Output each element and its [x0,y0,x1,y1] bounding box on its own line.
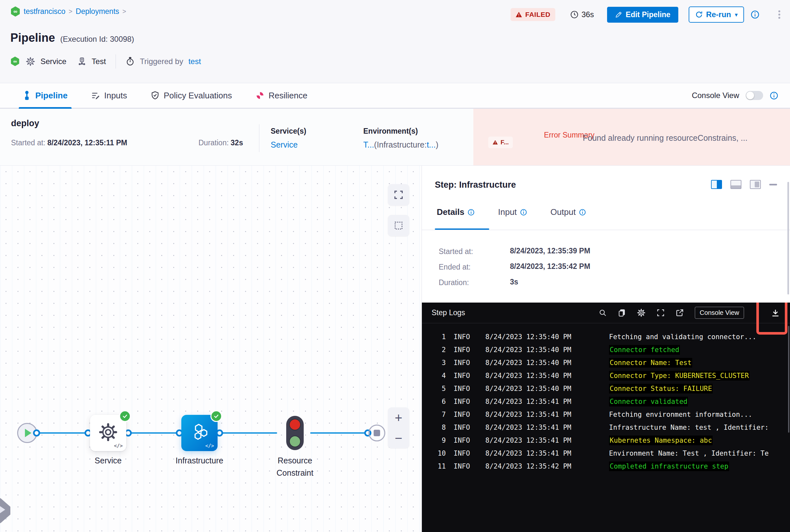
copy-icon[interactable] [618,309,626,317]
fit-to-screen-button[interactable] [388,184,409,206]
breadcrumb: ∞ testfrancisco > Deployments > [11,6,126,17]
stage-started-at: Started at:8/24/2023, 12:35:11 PM [11,138,127,147]
step-logs-header: Step Logs Console View [422,303,790,323]
more-options-icon[interactable] [778,11,780,19]
services-label: Service(s) [271,127,306,136]
tab-details[interactable]: Details [437,207,475,217]
step-logs-console: Step Logs Console View [422,303,790,532]
rerun-button[interactable]: Re-run ▾ [688,6,744,23]
inputs-icon [91,91,100,100]
node-service[interactable]: </> [90,415,126,451]
pipeline-graph-canvas[interactable]: </> </> Service Infrastructure Resource … [0,166,422,532]
tab-inputs[interactable]: Inputs [91,83,127,108]
node-label: Infrastructure [176,454,223,467]
stopwatch-icon [126,57,135,66]
log-line: 1INFO8/24/2023 12:35:40 PMFetching and v… [422,330,790,343]
play-icon [25,429,32,437]
zoom-in-button[interactable]: + [395,411,402,424]
console-view-button[interactable]: Console View [695,307,744,319]
divider [422,230,790,230]
environments-value[interactable]: T...(Infrastructure:t...) [363,140,438,150]
stop-icon [374,430,380,436]
success-check-icon [210,410,222,422]
scrollbar[interactable] [787,182,789,294]
page-title: Pipeline [11,31,55,45]
shield-check-icon [150,91,160,100]
open-external-icon[interactable] [676,309,684,317]
refresh-icon [695,11,703,18]
node-label: Service [94,454,122,467]
triggered-by-value[interactable]: test [188,57,201,66]
services-value[interactable]: Service [271,140,306,150]
end-node[interactable] [368,424,385,441]
search-icon[interactable] [599,309,607,317]
tab-pipeline[interactable]: Pipeline [23,83,68,108]
info-icon[interactable] [751,10,759,19]
stage-duration: Duration:32s [199,138,243,147]
log-line: 9INFO8/24/2023 12:35:41 PMKubernetes Nam… [422,434,790,447]
edit-pipeline-button[interactable]: Edit Pipeline [607,7,678,23]
divider [259,124,259,152]
log-line: 6INFO8/24/2023 12:35:41 PMConnector vali… [422,395,790,408]
fullscreen-icon[interactable] [657,309,665,317]
error-summary-text: Found already running resourceConstrains… [583,133,748,143]
info-icon [467,209,475,216]
environment-icon [77,57,87,66]
breadcrumb-separator: > [122,8,126,15]
tab-policy-evaluations[interactable]: Policy Evaluations [150,83,232,108]
harness-logo-icon: ∞ [11,57,20,66]
zoom-out-button[interactable]: − [395,432,402,444]
tab-input[interactable]: Input [498,207,527,217]
download-logs-button[interactable] [764,303,787,323]
layout-minimized-view-icon[interactable] [750,180,761,189]
breadcrumb-deployments[interactable]: Deployments [76,7,119,16]
warning-icon [493,140,498,145]
pencil-icon [615,11,622,18]
traffic-green-light [289,436,301,447]
success-check-icon [119,410,131,422]
log-lines: 1INFO8/24/2023 12:35:40 PMFetching and v… [422,323,790,532]
detail-label: Duration: [439,278,469,287]
log-line: 10INFO8/24/2023 12:35:41 PMEnvironment N… [422,447,790,460]
tab-resilience[interactable]: Resilience [255,83,308,108]
breadcrumb-project[interactable]: testfrancisco [24,7,66,16]
step-logs-title: Step Logs [431,308,465,317]
log-line: 5INFO8/24/2023 12:35:40 PMConnector Stat… [422,382,790,395]
breadcrumb-separator: > [69,8,73,15]
node-infrastructure[interactable]: </> [181,415,218,451]
triggered-by-label: Triggered by [140,57,183,66]
minimize-panel-icon[interactable] [769,184,777,186]
page-header: ∞ testfrancisco > Deployments > Pipeline… [0,0,790,83]
detail-value: 8/24/2023, 12:35:42 PM [510,262,590,271]
log-line: 8INFO8/24/2023 12:35:41 PMInfrastructure… [422,421,790,434]
log-line: 11INFO8/24/2023 12:35:42 PMCompleted inf… [422,460,790,473]
edge-connector [310,432,368,434]
code-tag-icon: </> [205,443,214,449]
log-line: 2INFO8/24/2023 12:35:40 PMConnector fetc… [422,343,790,356]
console-view-toggle[interactable] [746,91,763,100]
download-icon [771,308,780,318]
stage-name[interactable]: deploy [11,118,39,129]
tab-output[interactable]: Output [550,207,586,217]
expand-panel-handle[interactable] [0,494,11,527]
zoom-controls: + − [388,407,409,448]
environment-name[interactable]: Test [92,57,106,66]
log-settings-gear-icon[interactable] [637,308,646,317]
pipeline-icon [23,91,31,100]
layout-bottom-view-icon[interactable] [731,180,741,189]
edge-connector [37,432,88,434]
service-name[interactable]: Service [40,57,67,66]
total-duration: 36s [570,10,594,19]
log-line: 4INFO8/24/2023 12:35:40 PMConnector Type… [422,369,790,382]
info-icon [520,209,527,216]
resilience-icon [255,91,264,100]
marquee-select-button[interactable] [388,215,409,236]
info-icon[interactable] [770,91,778,100]
layout-right-view-icon[interactable] [711,180,722,189]
edge-connector [128,432,179,434]
execution-id: (Execution Id: 30098) [60,35,134,44]
scrollbar[interactable] [788,326,789,433]
node-resource-constraint[interactable] [286,416,304,450]
detail-value: 8/24/2023, 12:35:39 PM [510,247,590,255]
edge-port [33,430,40,437]
